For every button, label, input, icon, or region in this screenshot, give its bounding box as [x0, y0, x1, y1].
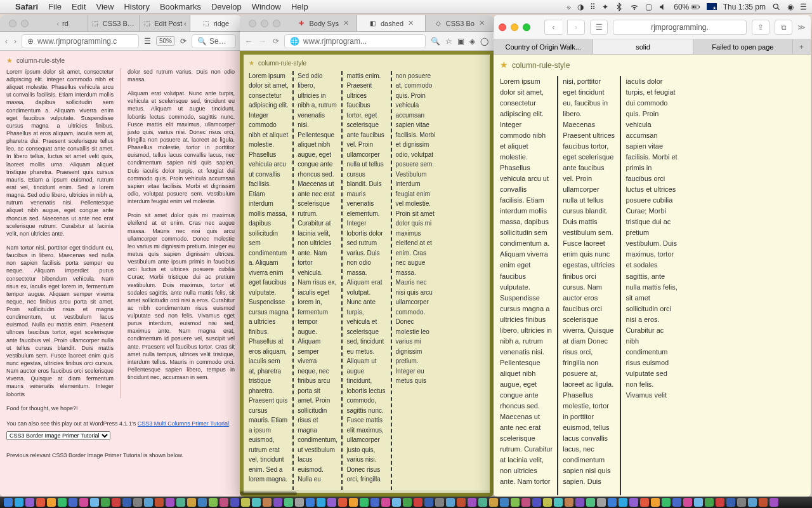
dock-item[interactable]	[144, 498, 153, 507]
extension-icon[interactable]: ◈	[469, 37, 475, 46]
dock-item[interactable]	[629, 498, 638, 507]
tab[interactable]: ◧dashed✕	[357, 15, 425, 31]
dock-item[interactable]	[565, 498, 573, 507]
tab[interactable]: ◇CSS3 Bo✕	[426, 15, 494, 31]
dock-item[interactable]	[47, 498, 56, 507]
minimize-button[interactable]	[261, 20, 268, 27]
notification-icon[interactable]: ☰	[800, 3, 807, 11]
back-button[interactable]: ‹	[5, 37, 8, 46]
zoom-button[interactable]	[523, 23, 530, 31]
dock-item[interactable]	[769, 498, 778, 507]
dock-item[interactable]	[683, 498, 692, 507]
minimize-button[interactable]	[21, 20, 29, 27]
tab[interactable]: ⬚Edit Post ‹	[140, 15, 190, 31]
horizontal-scrollbar[interactable]	[240, 490, 494, 497]
dock-item[interactable]	[597, 498, 606, 507]
dock-item[interactable]	[360, 498, 369, 507]
tab[interactable]: ‹rd	[37, 15, 88, 31]
tab[interactable]: ⬚CSS3 Bord	[88, 15, 139, 31]
close-tab-icon[interactable]: ✕	[479, 19, 485, 27]
dock-item[interactable]	[705, 498, 714, 507]
share-button[interactable]: ⇪	[752, 20, 769, 35]
tab[interactable]: ⬚ridge	[190, 15, 241, 31]
reload-button[interactable]: ⟳	[180, 37, 187, 46]
dock-item[interactable]	[112, 498, 121, 507]
tab[interactable]: Country of Origin Walk...	[494, 39, 593, 54]
star-icon[interactable]: ☆	[445, 37, 452, 46]
dock-item[interactable]	[79, 498, 88, 507]
dock-item[interactable]	[435, 498, 444, 507]
reader-icon[interactable]: ☰	[144, 37, 151, 46]
dock-item[interactable]	[349, 498, 358, 507]
search-field[interactable]: 🔍 Search	[192, 34, 236, 48]
profile-icon[interactable]: ◯	[480, 37, 488, 46]
dock-item[interactable]	[662, 498, 671, 507]
dock-item[interactable]	[672, 498, 681, 507]
dock-item[interactable]	[575, 498, 584, 507]
tutorial-link[interactable]: CSS3 Multi Columns Primer Tutorial	[138, 420, 229, 427]
close-button[interactable]	[499, 23, 506, 31]
tab[interactable]: ✚Body Sys✕	[289, 15, 357, 31]
dock-item[interactable]	[608, 498, 617, 507]
dock-item[interactable]	[122, 498, 131, 507]
dock-item[interactable]	[468, 498, 476, 507]
address-bar[interactable]: 🌐 www.rjmprogram...	[284, 34, 426, 48]
back-button[interactable]: ‹	[544, 20, 562, 35]
dock-item[interactable]	[15, 498, 23, 507]
dock-item[interactable]	[58, 498, 67, 507]
dock-item[interactable]	[694, 498, 703, 507]
dock-item[interactable]	[392, 498, 401, 507]
menu-edit[interactable]: Edit	[72, 2, 86, 11]
dock-item[interactable]	[338, 498, 347, 507]
dock-item[interactable]	[489, 498, 498, 507]
dock-item[interactable]	[446, 498, 455, 507]
forward-button[interactable]: ›	[567, 20, 585, 35]
dock-item[interactable]	[230, 498, 239, 507]
dock-item[interactable]	[90, 498, 99, 507]
zoom-level[interactable]: 50%	[156, 36, 175, 46]
dock-item[interactable]	[640, 498, 649, 507]
dock-item[interactable]	[726, 498, 735, 507]
back-button[interactable]: ←	[245, 37, 252, 46]
zoom-button[interactable]	[273, 20, 280, 27]
dock-item[interactable]	[737, 498, 746, 507]
dock-item[interactable]	[295, 498, 304, 507]
app-name[interactable]: Safari	[15, 2, 38, 11]
dock-item[interactable]	[651, 498, 660, 507]
dock-item[interactable]	[414, 498, 422, 507]
forward-button[interactable]: →	[259, 37, 266, 46]
volume-icon[interactable]	[658, 3, 667, 11]
dock-item[interactable]	[209, 498, 218, 507]
dock-item[interactable]	[187, 498, 196, 507]
tutorial-select[interactable]: CSS3 Border Image Primer Tutorial	[6, 431, 110, 440]
dock-item[interactable]	[306, 498, 315, 507]
dock-item[interactable]	[554, 498, 563, 507]
menuextra-icon[interactable]: ⠿	[590, 3, 596, 11]
dock[interactable]	[0, 497, 812, 508]
dock-item[interactable]	[381, 498, 390, 507]
menu-file[interactable]: File	[48, 2, 62, 11]
menuextra-icon[interactable]: ✦	[602, 3, 608, 11]
address-bar[interactable]: ⊕ www.rjmprogramming.c	[22, 34, 139, 48]
sidebar-button[interactable]: ☰	[590, 20, 608, 35]
dock-item[interactable]	[241, 498, 250, 507]
tab[interactable]: solid	[593, 39, 693, 54]
dock-item[interactable]	[133, 498, 142, 507]
dock-item[interactable]	[619, 498, 627, 507]
dock-item[interactable]	[69, 498, 77, 507]
tabs-button[interactable]: ⧉	[775, 20, 792, 35]
dock-item[interactable]	[532, 498, 541, 507]
dock-item[interactable]	[370, 498, 379, 507]
dock-item[interactable]	[403, 498, 412, 507]
menuextra-icon[interactable]: ◑	[577, 3, 584, 11]
dock-item[interactable]	[176, 498, 185, 507]
tab[interactable]: Failed to open page	[693, 39, 793, 54]
dock-item[interactable]	[25, 498, 34, 507]
dock-item[interactable]	[478, 498, 487, 507]
dock-item[interactable]	[457, 498, 466, 507]
dock-item[interactable]	[219, 498, 228, 507]
dock-item[interactable]	[424, 498, 433, 507]
menu-view[interactable]: View	[96, 2, 114, 11]
battery-status[interactable]: 60%	[674, 3, 700, 11]
dock-item[interactable]	[284, 498, 293, 507]
